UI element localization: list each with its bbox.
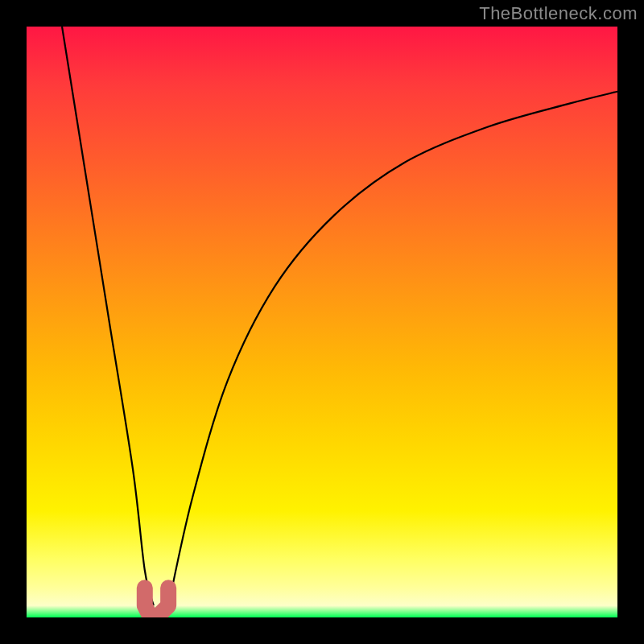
curve-right-branch [168, 92, 617, 606]
chart-plot-area [27, 27, 617, 617]
chart-svg [27, 27, 617, 617]
u-marker [145, 588, 168, 617]
curve-layer [62, 27, 617, 617]
outer-frame: TheBottleneck.com [0, 0, 644, 644]
curve-left-branch [62, 27, 154, 605]
watermark-text: TheBottleneck.com [479, 3, 638, 24]
